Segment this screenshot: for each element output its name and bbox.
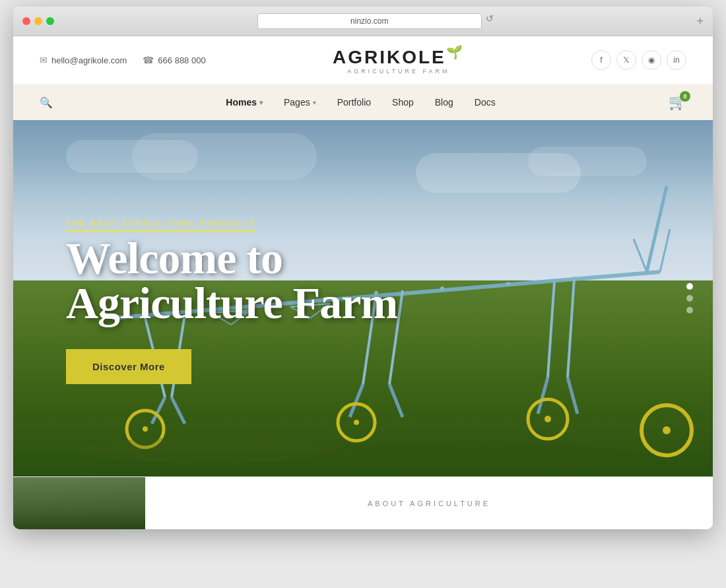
below-hero-section: ABOUT AGRICULTURE: [13, 476, 713, 529]
instagram-icon[interactable]: ◉: [642, 50, 661, 70]
svg-point-38: [79, 437, 343, 463]
cart-button[interactable]: 🛒 0: [669, 94, 686, 111]
svg-line-15: [538, 377, 548, 414]
hero-cta: Discover More: [66, 349, 397, 384]
browser-controls: [22, 17, 54, 25]
nav-link-portfolio[interactable]: Portfolio: [337, 97, 371, 108]
browser-chrome: ninzio.com ↺ +: [13, 7, 713, 36]
email-text: hello@agrikole.com: [51, 55, 127, 65]
browser-window: ninzio.com ↺ + ✉ hello@agrikole.com ☎ 66…: [13, 7, 713, 529]
nav-item-portfolio[interactable]: Portfolio: [337, 97, 371, 108]
chevron-down-icon: ▾: [259, 99, 263, 106]
svg-line-16: [568, 377, 578, 414]
nav-links: Homes ▾ Pages ▾ Portfolio Shop: [226, 97, 495, 108]
hero-title: Welcome to Agriculture Farm: [66, 236, 397, 325]
minimize-dot[interactable]: [34, 17, 42, 25]
hero-content: THE BEST AGRICULTURE PRODUCTS Welcome to…: [66, 219, 397, 384]
email-contact: ✉ hello@agrikole.com: [40, 55, 127, 65]
svg-line-23: [660, 229, 670, 272]
nav-item-shop[interactable]: Shop: [392, 97, 414, 108]
maximize-dot[interactable]: [46, 17, 54, 25]
phone-icon: ☎: [143, 55, 154, 65]
cart-badge: 0: [680, 91, 690, 102]
slider-dot-1[interactable]: [686, 283, 693, 290]
svg-point-37: [572, 277, 576, 280]
new-tab-button[interactable]: +: [696, 15, 704, 28]
search-icon[interactable]: 🔍: [40, 96, 53, 109]
nav-item-blog[interactable]: Blog: [435, 97, 453, 108]
website-content: ✉ hello@agrikole.com ☎ 666 888 000 AGRIK…: [13, 36, 713, 529]
address-text: ninzio.com: [350, 16, 388, 26]
refresh-button[interactable]: ↺: [486, 13, 494, 29]
chevron-down-icon: ▾: [313, 99, 316, 106]
thumbnail-preview: [13, 477, 145, 529]
close-dot[interactable]: [22, 17, 30, 25]
svg-line-22: [634, 239, 647, 272]
linkedin-icon[interactable]: in: [667, 50, 686, 70]
brand-subtitle: AGRICULTURE FARM: [333, 68, 465, 75]
social-icons: f 𝕏 ◉ in: [591, 50, 686, 70]
hero-section: THE BEST AGRICULTURE PRODUCTS Welcome to…: [13, 120, 713, 476]
nav-item-homes[interactable]: Homes ▾: [226, 97, 263, 108]
svg-line-9: [350, 384, 363, 417]
discover-more-button[interactable]: Discover More: [66, 349, 191, 384]
svg-point-39: [310, 442, 640, 471]
email-icon: ✉: [40, 55, 48, 65]
contact-info: ✉ hello@agrikole.com ☎ 666 888 000: [40, 55, 206, 65]
hero-eyebrow: THE BEST AGRICULTURE PRODUCTS: [66, 219, 397, 232]
facebook-icon[interactable]: f: [591, 50, 611, 70]
svg-line-4: [172, 397, 185, 424]
slider-dots: [686, 283, 693, 313]
brand-logo[interactable]: AGRIKOLE🌱 AGRICULTURE FARM: [333, 46, 465, 75]
brand-name: AGRIKOLE🌱: [333, 46, 465, 67]
svg-line-10: [389, 384, 403, 417]
address-bar[interactable]: ninzio.com: [257, 13, 482, 29]
slider-dot-3[interactable]: [686, 307, 693, 313]
svg-point-6: [143, 426, 148, 432]
eyebrow-underline: [66, 230, 256, 232]
nav-link-homes[interactable]: Homes ▾: [226, 97, 263, 108]
about-section-label: ABOUT AGRICULTURE: [145, 477, 713, 529]
twitter-icon[interactable]: 𝕏: [616, 50, 636, 70]
brand-leaf-icon: 🌱: [446, 45, 465, 59]
navbar: 🔍 Homes ▾ Pages ▾ Portfolio: [13, 84, 713, 120]
about-label-text: ABOUT AGRICULTURE: [368, 500, 490, 507]
svg-line-13: [548, 281, 554, 377]
nav-link-docs[interactable]: Docs: [475, 97, 496, 108]
svg-point-12: [354, 420, 359, 425]
nav-link-blog[interactable]: Blog: [435, 97, 453, 108]
nav-link-shop[interactable]: Shop: [392, 97, 414, 108]
phone-contact: ☎ 666 888 000: [143, 55, 205, 65]
svg-point-36: [506, 282, 510, 286]
address-bar-container: ninzio.com ↺: [61, 13, 690, 29]
slider-dot-2[interactable]: [686, 295, 693, 302]
svg-point-18: [544, 416, 551, 422]
svg-line-14: [568, 278, 574, 377]
phone-text: 666 888 000: [158, 55, 205, 65]
nav-item-pages[interactable]: Pages ▾: [284, 97, 316, 108]
svg-point-20: [663, 426, 671, 434]
nav-item-docs[interactable]: Docs: [475, 97, 496, 108]
svg-point-35: [440, 286, 444, 290]
nav-link-pages[interactable]: Pages ▾: [284, 97, 316, 108]
top-bar: ✉ hello@agrikole.com ☎ 666 888 000 AGRIK…: [13, 36, 713, 84]
